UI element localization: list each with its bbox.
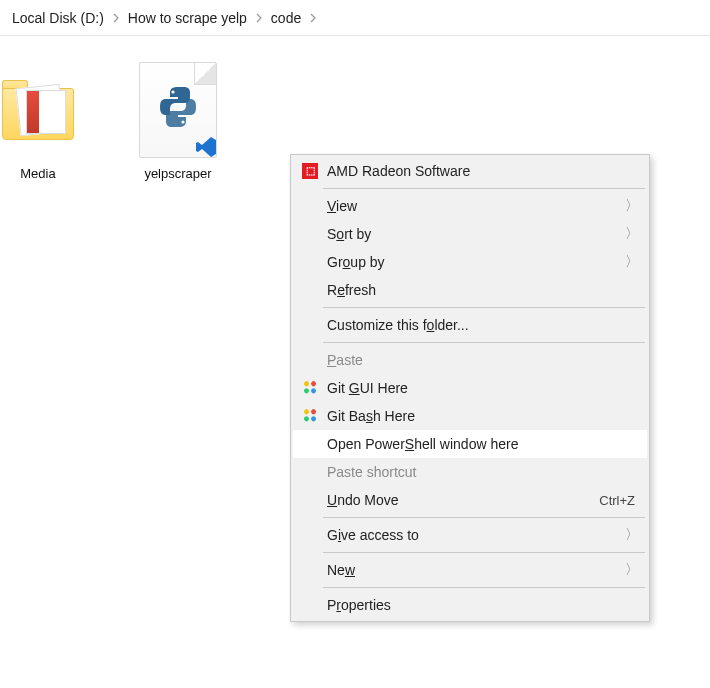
menu-sort-by[interactable]: Sort by 〉 — [293, 220, 647, 248]
menu-label: Open PowerShell window here — [327, 436, 635, 452]
file-item-yelpscraper[interactable]: yelpscraper — [128, 60, 228, 182]
menu-shortcut: Ctrl+Z — [599, 493, 635, 508]
menu-separator — [323, 307, 645, 308]
chevron-right-icon: 〉 — [625, 561, 635, 579]
svg-point-0 — [171, 90, 174, 93]
chevron-right-icon: 〉 — [625, 253, 635, 271]
chevron-right-icon: 〉 — [625, 225, 635, 243]
menu-separator — [323, 188, 645, 189]
chevron-right-icon — [309, 13, 317, 23]
menu-group-by[interactable]: Group by 〉 — [293, 248, 647, 276]
breadcrumb-item[interactable]: How to scrape yelp — [122, 6, 253, 30]
menu-label: Paste shortcut — [327, 464, 635, 480]
menu-git-gui[interactable]: Git GUI Here — [293, 374, 647, 402]
folder-item-media[interactable]: Media — [0, 60, 88, 182]
menu-label: Paste — [327, 352, 635, 368]
svg-point-1 — [181, 120, 184, 123]
python-logo-icon — [156, 85, 200, 129]
menu-git-bash[interactable]: Git Bash Here — [293, 402, 647, 430]
menu-view[interactable]: View 〉 — [293, 192, 647, 220]
menu-label: New — [327, 562, 617, 578]
menu-separator — [323, 552, 645, 553]
menu-label: View — [327, 198, 617, 214]
chevron-right-icon: 〉 — [625, 526, 635, 544]
menu-separator — [323, 517, 645, 518]
menu-properties[interactable]: Properties — [293, 591, 647, 619]
menu-label: Properties — [327, 597, 635, 613]
menu-label: Give access to — [327, 527, 617, 543]
chevron-right-icon — [255, 13, 263, 23]
folder-view[interactable]: Media yelpscraper — [0, 36, 710, 182]
menu-label: Group by — [327, 254, 617, 270]
breadcrumb: Local Disk (D:) How to scrape yelp code — [0, 0, 710, 36]
breadcrumb-item[interactable]: code — [265, 6, 307, 30]
file-label: yelpscraper — [144, 166, 211, 182]
menu-customize-folder[interactable]: Customize this folder... — [293, 311, 647, 339]
menu-label: Refresh — [327, 282, 635, 298]
menu-amd-radeon[interactable]: ⬚ AMD Radeon Software — [293, 157, 647, 185]
vscode-badge-icon — [194, 135, 218, 159]
amd-icon: ⬚ — [299, 162, 321, 180]
context-menu: ⬚ AMD Radeon Software View 〉 Sort by 〉 G… — [290, 154, 650, 622]
menu-open-powershell[interactable]: Open PowerShell window here — [293, 430, 647, 458]
menu-label: Sort by — [327, 226, 617, 242]
git-icon — [299, 379, 321, 397]
menu-separator — [323, 587, 645, 588]
menu-label: Git GUI Here — [327, 380, 635, 396]
menu-new[interactable]: New 〉 — [293, 556, 647, 584]
git-icon — [299, 407, 321, 425]
menu-undo-move[interactable]: Undo Move Ctrl+Z — [293, 486, 647, 514]
menu-separator — [323, 342, 645, 343]
folder-icon — [0, 60, 83, 160]
chevron-right-icon: 〉 — [625, 197, 635, 215]
python-file-icon — [133, 60, 223, 160]
menu-paste-shortcut: Paste shortcut — [293, 458, 647, 486]
chevron-right-icon — [112, 13, 120, 23]
menu-label: AMD Radeon Software — [327, 163, 635, 179]
menu-give-access-to[interactable]: Give access to 〉 — [293, 521, 647, 549]
breadcrumb-item[interactable]: Local Disk (D:) — [6, 6, 110, 30]
menu-label: Undo Move — [327, 492, 591, 508]
menu-refresh[interactable]: Refresh — [293, 276, 647, 304]
menu-paste: Paste — [293, 346, 647, 374]
menu-label: Customize this folder... — [327, 317, 635, 333]
file-label: Media — [20, 166, 55, 182]
menu-label: Git Bash Here — [327, 408, 635, 424]
